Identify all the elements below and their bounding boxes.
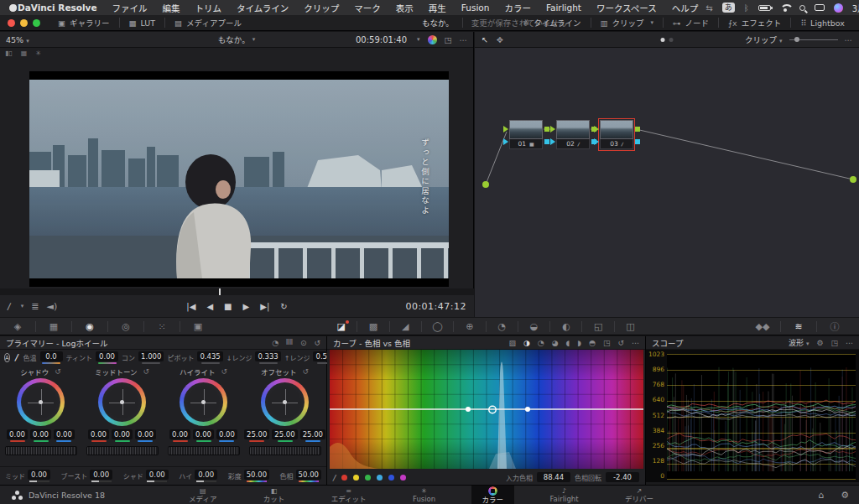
video-frame[interactable]: ずっと側に居なよ <box>29 71 449 287</box>
playhead-marker[interactable] <box>219 288 221 295</box>
minimize-window-button[interactable] <box>20 19 28 27</box>
sizing-icon[interactable]: ◱ <box>582 321 613 332</box>
step-back-button[interactable]: ◀ <box>206 302 213 311</box>
node-zoom-slider[interactable] <box>789 39 838 40</box>
image-wipe-icon[interactable]: ▮▯ <box>5 49 13 57</box>
key-output-port[interactable] <box>544 139 549 144</box>
lut-button[interactable]: ▦ LUT <box>120 15 165 30</box>
search-icon[interactable] <box>799 5 805 11</box>
input-hue-value[interactable]: 88.44 <box>537 472 570 482</box>
sat-vs-lum-icon[interactable]: ◓ <box>589 339 596 347</box>
tab-media[interactable]: ▤メディア <box>178 486 227 504</box>
tint-value[interactable]: 0.00 <box>96 351 118 361</box>
green-value[interactable]: 0.00 <box>193 429 214 439</box>
menu-color[interactable]: カラー <box>497 2 539 14</box>
project-home-icon[interactable]: ⌂ <box>818 490 824 501</box>
wheel-mode-icon[interactable]: ◔ <box>272 339 279 347</box>
white-balance-picker-icon[interactable]: ∕ <box>14 352 19 363</box>
blue-value[interactable]: 0.00 <box>216 429 237 439</box>
reset-primaries-icon[interactable]: ↺ <box>314 339 320 347</box>
auto-balance-icon[interactable]: A <box>4 353 10 362</box>
bluetooth-icon[interactable]: ᛒ <box>744 3 749 13</box>
highlight-icon[interactable]: ✳ <box>35 49 41 57</box>
blue-swatch[interactable] <box>388 475 394 481</box>
stop-button[interactable]: ■ <box>224 302 232 311</box>
magic-mask-icon[interactable]: ◔ <box>486 321 517 332</box>
keyframes-icon[interactable]: ◆◆ <box>745 321 780 332</box>
red-value[interactable]: 25.00 <box>244 429 269 439</box>
color-match-icon[interactable]: ▦ <box>36 321 71 332</box>
color-wheels-icon[interactable]: ◉ <box>72 321 107 332</box>
hue-value[interactable]: 50.00 <box>296 470 321 480</box>
hue-rotate-value[interactable]: -2.40 <box>606 472 639 482</box>
highlight-value[interactable]: 0.00 <box>195 470 217 480</box>
tracker-icon[interactable]: ⊕ <box>454 321 485 332</box>
loop-button[interactable]: ↻ <box>280 302 287 311</box>
magenta-swatch[interactable] <box>400 475 406 481</box>
reset-wheel-icon[interactable]: ↺ <box>55 367 61 376</box>
green-value[interactable]: 25.00 <box>272 429 297 439</box>
qualifier-icon[interactable]: ◢ <box>390 321 421 332</box>
curve-eyedropper-icon[interactable]: ∕ <box>332 472 336 481</box>
menu-trim[interactable]: トリム <box>188 2 230 14</box>
curve-point[interactable] <box>525 407 530 412</box>
red-swatch[interactable] <box>341 475 347 481</box>
grade-preview-icon[interactable] <box>428 35 437 44</box>
zoom-mode-icon[interactable]: ⊙ <box>300 339 307 347</box>
tab-fusion[interactable]: ✳Fusion <box>402 486 446 504</box>
zoom-window-button[interactable] <box>33 19 40 27</box>
curves-icon[interactable]: ◪ <box>325 321 357 332</box>
key-input-port[interactable] <box>594 138 602 145</box>
play-timecode[interactable]: 00:01:47:12 <box>405 301 466 312</box>
display-icon[interactable] <box>815 4 825 11</box>
viewer-scrub-bar[interactable] <box>0 288 474 295</box>
key-input-port[interactable] <box>503 138 512 145</box>
effects-toggle-button[interactable]: ⨍x エフェクト <box>719 15 790 30</box>
menu-clip[interactable]: クリップ <box>296 2 346 14</box>
battery-icon[interactable] <box>758 5 771 11</box>
red-value[interactable]: 0.00 <box>88 429 109 439</box>
lum-vs-sat-icon[interactable]: ◖ <box>566 339 570 347</box>
motion-effects-icon[interactable]: ▣ <box>180 321 216 332</box>
rgb-input-port[interactable] <box>503 126 512 132</box>
yellow-swatch[interactable] <box>353 475 359 481</box>
low-range-value[interactable]: 0.333 <box>255 351 280 361</box>
tab-deliver[interactable]: ↗デリバー <box>614 486 664 504</box>
camera-raw-icon[interactable]: ◈ <box>0 321 35 332</box>
tab-edit[interactable]: ≡エディット <box>320 486 377 504</box>
hdr-wheels-icon[interactable]: ◎ <box>108 321 143 332</box>
cyan-swatch[interactable] <box>377 475 383 481</box>
scopes-icon[interactable]: ≋ <box>781 321 816 332</box>
expand-scope-icon[interactable]: ◳ <box>830 339 838 347</box>
offset-master-wheel[interactable] <box>249 446 321 455</box>
reset-curves-icon[interactable]: ↺ <box>617 339 624 347</box>
menu-edit[interactable]: 編集 <box>155 2 188 14</box>
menu-mark[interactable]: マーク <box>346 2 388 14</box>
mid-detail-value[interactable]: 0.00 <box>28 470 50 480</box>
pan-hand-icon[interactable]: ✥ <box>497 35 503 44</box>
blue-value[interactable]: 0.00 <box>54 429 75 439</box>
split-wipe-icon[interactable]: ▦ <box>21 49 28 57</box>
close-window-button[interactable] <box>8 19 15 27</box>
pivot-value[interactable]: 0.435 <box>197 351 222 361</box>
scope-settings-icon[interactable]: ⚙ <box>816 339 823 347</box>
contrast-value[interactable]: 1.000 <box>138 351 164 361</box>
record-timecode[interactable]: 00:59:01:40 <box>356 35 407 44</box>
info-icon[interactable]: ⓘ <box>817 320 852 333</box>
bars-mode-icon[interactable]: ⦀⦀ <box>286 338 293 347</box>
custom-curve-icon[interactable]: ▨ <box>508 339 516 347</box>
menu-app[interactable]: DaVinci Resolve <box>10 3 105 13</box>
rgb-output-port[interactable] <box>544 127 549 132</box>
annotation-pen-icon[interactable]: ∕ <box>7 300 11 311</box>
wipe-mode-icon[interactable]: ≣ <box>31 301 39 312</box>
power-window-icon[interactable]: ◯ <box>422 321 453 332</box>
reset-wheel-icon[interactable]: ↺ <box>302 367 309 376</box>
reset-wheel-icon[interactable]: ↺ <box>221 367 227 376</box>
curve-point[interactable] <box>466 407 471 412</box>
blue-value[interactable]: 0.00 <box>135 429 156 439</box>
settings-gear-icon[interactable]: ⚙ <box>841 490 849 501</box>
red-value[interactable]: 0.00 <box>169 429 190 439</box>
menubar-clock[interactable]: 3月3日(金) 14:09 <box>852 2 859 14</box>
green-value[interactable]: 0.00 <box>112 429 133 439</box>
highlight-master-wheel[interactable] <box>168 446 240 455</box>
